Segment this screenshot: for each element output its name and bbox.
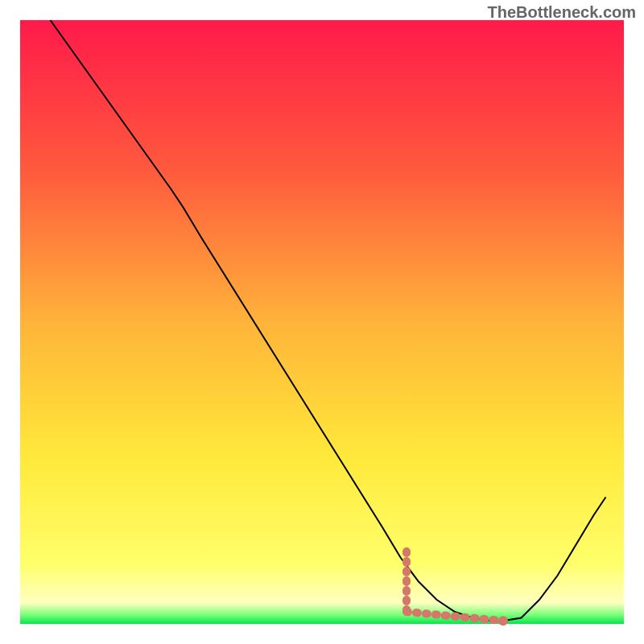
marker-end-dot [498, 616, 508, 625]
bottleneck-chart [0, 0, 644, 644]
chart-container: TheBottleneck.com [0, 0, 644, 644]
watermark-text: TheBottleneck.com [488, 3, 636, 22]
plot-background [20, 20, 624, 624]
